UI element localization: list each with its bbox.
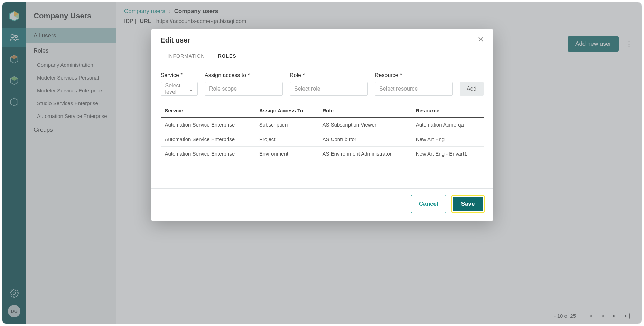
cell-assign: Environment	[255, 147, 318, 161]
assign-label: Assign access to *	[205, 72, 283, 78]
filters-row: Service * Select level ⌄ Assign access t…	[161, 72, 484, 96]
modal-tabs: Information Roles	[157, 49, 488, 64]
app-frame: DG Company Users All users Roles Company…	[2, 2, 642, 324]
cell-assign: Subscription	[255, 117, 318, 132]
service-placeholder: Select level	[165, 83, 189, 95]
modal-footer: Cancel Save	[151, 188, 493, 221]
col-assign: Assign Access To	[255, 104, 318, 117]
table-row[interactable]: Automation Service Enterprise Project AS…	[161, 132, 484, 147]
cell-role: AS Contributor	[318, 132, 411, 147]
cell-resource: Automation Acme-qa	[412, 117, 484, 132]
cell-resource: New Art Eng	[412, 132, 484, 147]
resource-label: Resource *	[375, 72, 453, 78]
modal-title: Edit user	[161, 36, 190, 44]
assign-input[interactable]	[205, 82, 283, 96]
col-role: Role	[318, 104, 411, 117]
service-select[interactable]: Select level ⌄	[161, 82, 198, 96]
role-input[interactable]	[290, 82, 368, 96]
modal-scrim: Edit user Information Roles Service * Se…	[2, 2, 642, 324]
table-row[interactable]: Automation Service Enterprise Environmen…	[161, 147, 484, 161]
save-highlight: Save	[451, 195, 485, 213]
tab-roles[interactable]: Roles	[216, 49, 237, 64]
role-label: Role *	[290, 72, 368, 78]
tab-information[interactable]: Information	[166, 49, 206, 64]
edit-user-modal: Edit user Information Roles Service * Se…	[151, 29, 493, 221]
cell-role: AS Subscription Viewer	[318, 117, 411, 132]
cell-assign: Project	[255, 132, 318, 147]
chevron-down-icon: ⌄	[189, 86, 193, 92]
close-button[interactable]	[478, 37, 484, 44]
save-button[interactable]: Save	[453, 197, 483, 211]
cell-resource: New Art Eng - Envart1	[412, 147, 484, 161]
col-resource: Resource	[412, 104, 484, 117]
close-icon	[478, 37, 484, 42]
add-role-button[interactable]: Add	[460, 82, 483, 96]
modal-header: Edit user	[151, 29, 493, 49]
cell-service: Automation Service Enterprise	[161, 147, 255, 161]
col-service: Service	[161, 104, 255, 117]
table-row[interactable]: Automation Service Enterprise Subscripti…	[161, 117, 484, 132]
cell-service: Automation Service Enterprise	[161, 117, 255, 132]
cell-service: Automation Service Enterprise	[161, 132, 255, 147]
service-label: Service *	[161, 72, 198, 78]
modal-body: Service * Select level ⌄ Assign access t…	[151, 64, 493, 188]
cancel-button[interactable]: Cancel	[411, 195, 446, 213]
roles-table: Service Assign Access To Role Resource A…	[161, 104, 484, 161]
cell-role: AS Environment Administrator	[318, 147, 411, 161]
resource-input[interactable]	[375, 82, 453, 96]
